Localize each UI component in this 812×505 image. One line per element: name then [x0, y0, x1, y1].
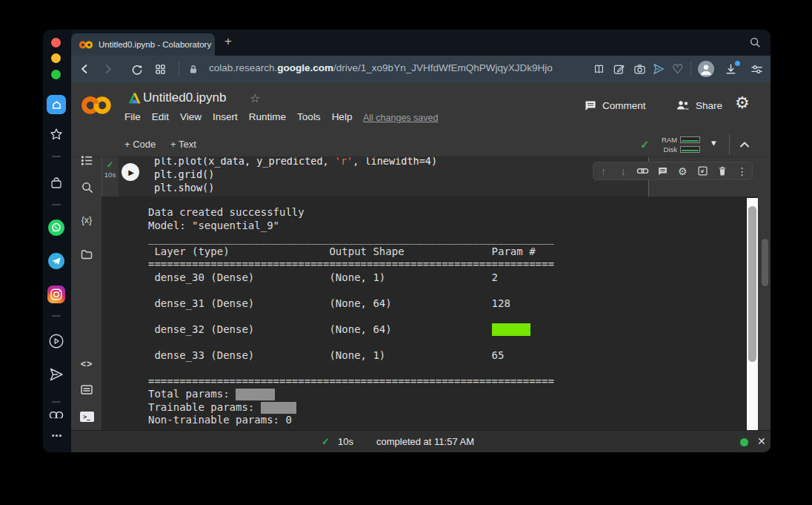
files-folder-icon[interactable] [77, 246, 96, 263]
notebook-toolbar: + Code + Text ✓ RAM Disk ▾ [71, 132, 771, 157]
url-field[interactable]: colab.research.google.com/drive/1_xo9bYn… [209, 62, 553, 73]
ram-usage-bar [680, 136, 700, 143]
browser-tab[interactable]: Untitled0.ipynb - Colaboratory [71, 33, 215, 56]
menu-file[interactable]: File [124, 111, 141, 122]
summary-header-row: Layer (type) Output Shape Param # [148, 245, 554, 259]
profile-avatar[interactable] [698, 61, 714, 77]
camera-icon[interactable] [633, 62, 646, 76]
traffic-light-minimize[interactable] [51, 53, 61, 63]
comment-button[interactable]: Comment [584, 99, 646, 112]
menu-runtime[interactable]: Runtime [249, 111, 286, 122]
add-code-button[interactable]: + Code [124, 139, 156, 150]
settings-sliders-icon[interactable] [750, 62, 764, 76]
copy-link-to-cell-icon[interactable] [634, 165, 652, 177]
find-replace-icon[interactable] [77, 179, 96, 195]
forward-icon[interactable] [104, 62, 113, 76]
output-scrollbar-thumb[interactable] [748, 206, 756, 362]
telegram-icon[interactable] [48, 253, 64, 269]
menu-help[interactable]: Help [332, 111, 353, 122]
cell-exec-time: 10s [102, 171, 119, 179]
toolbar-separator [179, 62, 179, 76]
variables-icon[interactable]: {x} [77, 212, 96, 228]
colab-logo-icon[interactable] [80, 90, 113, 120]
share-send-icon[interactable] [652, 62, 665, 76]
settings-gear-icon[interactable]: ⚙ [735, 93, 750, 113]
cell-settings-gear-icon[interactable]: ⚙ [673, 165, 691, 177]
redaction-box-gray [236, 389, 275, 400]
play-circle-icon[interactable] [48, 333, 64, 349]
toolbar-separator [690, 62, 691, 76]
sidebar-divider [52, 401, 61, 403]
menu-edit[interactable]: Edit [152, 111, 169, 122]
shopping-bag-icon[interactable] [50, 176, 63, 190]
save-status[interactable]: All changes saved [363, 113, 438, 123]
output-scrollbar-track[interactable] [747, 198, 758, 430]
total-params-row: Total params: [148, 388, 554, 401]
more-cell-actions-icon[interactable]: ⋮ [733, 165, 751, 177]
disk-usage-bar [680, 146, 700, 153]
reading-list-icon[interactable] [593, 62, 605, 76]
output-line: ________________________________________… [148, 232, 554, 245]
menu-view[interactable]: View [180, 111, 202, 122]
new-tab-button[interactable]: + [224, 34, 232, 49]
home-icon[interactable] [47, 95, 66, 114]
add-text-button[interactable]: + Text [170, 139, 196, 150]
code-cell-editor[interactable]: plt.plot(x_data, y_predicted, 'r', linew… [119, 157, 648, 197]
terminal-icon[interactable]: >_ [77, 409, 96, 425]
runtime-connected-check-icon: ✓ [640, 138, 650, 151]
code-snippets-icon[interactable]: <> [77, 356, 96, 372]
colab-logo-icon [79, 41, 93, 49]
redaction-highlight-green [492, 323, 530, 336]
whatsapp-icon[interactable] [48, 220, 64, 236]
menu-tools[interactable]: Tools [297, 111, 321, 122]
notebook-scrollbar-thumb[interactable] [762, 239, 768, 286]
collapse-sections-icon[interactable] [739, 142, 750, 148]
run-cell-button[interactable]: ▶ [122, 163, 139, 181]
play-icon: ▶ [128, 168, 134, 176]
disk-label: Disk [659, 145, 677, 154]
comment-icon [584, 99, 597, 112]
drive-file-icon [128, 93, 141, 104]
url-domain: google.com [277, 62, 333, 73]
favorite-heart-icon[interactable]: ♡ [672, 62, 683, 76]
menu-insert[interactable]: Insert [213, 111, 238, 122]
instagram-icon[interactable] [47, 285, 65, 303]
send-plane-icon[interactable] [48, 366, 64, 383]
share-people-icon [676, 99, 690, 111]
back-icon[interactable] [80, 62, 89, 76]
address-bar: colab.research.google.com/drive/1_xo9bYn… [71, 56, 771, 83]
add-comment-icon[interactable] [654, 166, 672, 176]
tab-bar: Untitled0.ipynb - Colaboratory + [71, 30, 771, 56]
move-cell-down-icon[interactable]: ↓ [614, 165, 632, 177]
cell-success-check-icon: ✓ [102, 159, 119, 170]
move-cell-up-icon[interactable]: ↑ [594, 165, 612, 177]
table-of-contents-icon[interactable] [77, 152, 96, 168]
command-palette-icon[interactable] [77, 381, 96, 397]
output-line: Data created successfully [148, 206, 554, 220]
cell-output-area: Data created successfully Model: "sequen… [102, 197, 758, 430]
favorites-star-icon[interactable] [50, 128, 63, 141]
more-apps-icon[interactable]: ••• [46, 430, 68, 440]
traffic-light-close[interactable] [51, 38, 61, 47]
notebook-filename[interactable]: Untitled0.ipynb [143, 90, 226, 105]
resources-caret-icon[interactable]: ▾ [711, 137, 716, 148]
star-notebook-icon[interactable]: ☆ [250, 91, 260, 105]
reload-icon[interactable] [130, 62, 143, 76]
status-check-icon: ✓ [322, 436, 330, 447]
close-status-icon[interactable]: ✕ [757, 435, 766, 447]
share-button[interactable]: Share [676, 99, 722, 111]
output-line: ========================================… [148, 258, 554, 271]
status-exec-time: 10s [338, 436, 353, 447]
tab-grid-icon[interactable] [155, 62, 166, 76]
resource-meter[interactable]: RAM Disk [659, 135, 700, 154]
traffic-light-zoom[interactable] [51, 70, 61, 79]
status-green-dot [740, 438, 748, 446]
model-summary-output: Data created successfully Model: "sequen… [148, 206, 554, 427]
compose-note-icon[interactable] [613, 62, 625, 76]
summary-row-dense30: dense_30 (Dense) (None, 1) 2 [148, 271, 554, 285]
delete-cell-trash-icon[interactable] [713, 165, 731, 176]
open-in-tab-icon[interactable] [693, 165, 711, 176]
sidebar-divider [52, 156, 61, 157]
lock-icon[interactable] [188, 62, 199, 76]
search-icon[interactable] [749, 36, 761, 48]
